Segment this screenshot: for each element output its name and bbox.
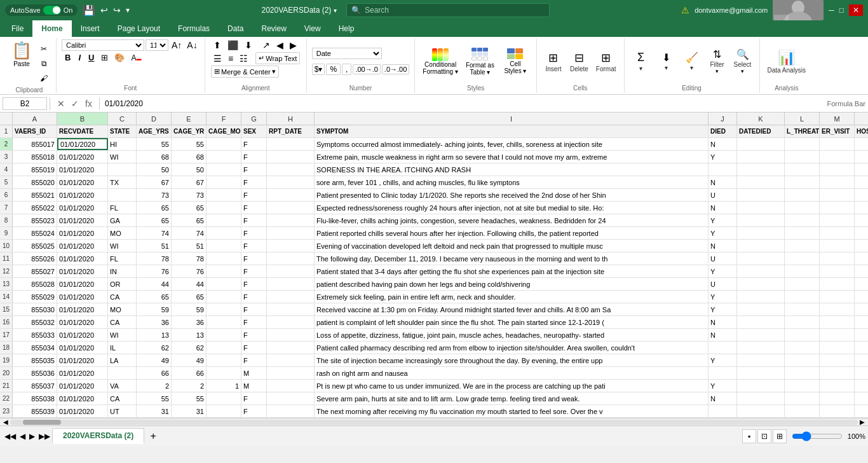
list-item[interactable]: RECVDATE bbox=[57, 125, 108, 137]
list-item[interactable] bbox=[855, 392, 868, 404]
list-item[interactable]: 55 bbox=[137, 392, 172, 404]
list-item[interactable]: Y bbox=[709, 214, 737, 226]
list-item[interactable]: F bbox=[241, 240, 267, 252]
list-item[interactable]: F bbox=[241, 252, 267, 265]
list-item[interactable]: 855021 bbox=[13, 189, 57, 201]
list-item[interactable]: 01/01/2020 bbox=[57, 176, 108, 188]
list-item[interactable]: 01/01/2020 bbox=[57, 240, 108, 252]
list-item[interactable]: 65 bbox=[137, 202, 172, 214]
list-item[interactable]: Patient stated that 3-4 days after getti… bbox=[315, 265, 709, 277]
list-item[interactable] bbox=[737, 163, 785, 176]
row-number[interactable]: 19 bbox=[0, 354, 13, 366]
list-item[interactable] bbox=[855, 151, 868, 163]
list-item[interactable]: Y bbox=[709, 380, 737, 392]
list-item[interactable] bbox=[267, 151, 315, 163]
list-item[interactable] bbox=[267, 367, 315, 379]
row-number[interactable]: 18 bbox=[0, 342, 13, 354]
list-item[interactable] bbox=[855, 380, 868, 392]
cell-styles-button[interactable]: CellStyles ▾ bbox=[499, 47, 531, 76]
list-item[interactable]: DIED bbox=[709, 125, 737, 137]
list-item[interactable] bbox=[207, 265, 241, 277]
page-layout-view-button[interactable]: ⊡ bbox=[757, 429, 771, 443]
list-item[interactable] bbox=[820, 291, 855, 303]
list-item[interactable]: CAGE_MO bbox=[207, 125, 241, 137]
list-item[interactable]: LA bbox=[108, 354, 137, 366]
list-item[interactable]: 01/01/2020 bbox=[57, 202, 108, 214]
percent-format-button[interactable]: % bbox=[326, 64, 341, 75]
list-item[interactable]: F bbox=[241, 214, 267, 226]
row-number[interactable]: 10 bbox=[0, 240, 13, 252]
list-item[interactable]: HOSPITAL bbox=[855, 125, 868, 137]
scroll-right-btn[interactable]: ▶ bbox=[858, 418, 867, 425]
row-number[interactable]: 5 bbox=[0, 176, 13, 188]
list-item[interactable]: F bbox=[241, 202, 267, 214]
row-number[interactable]: 7 bbox=[0, 202, 13, 214]
list-item[interactable] bbox=[820, 303, 855, 315]
list-item[interactable]: Loss of appetite, dizziness, fatigue, jo… bbox=[315, 329, 709, 341]
list-item[interactable] bbox=[785, 367, 820, 379]
list-item[interactable] bbox=[207, 278, 241, 290]
row-number[interactable]: 20 bbox=[0, 367, 13, 379]
list-item[interactable] bbox=[855, 367, 868, 379]
row-number[interactable]: 21 bbox=[0, 380, 13, 392]
list-item[interactable]: 55 bbox=[172, 138, 207, 150]
list-item[interactable]: Expected redness/soreness roughly 24 hou… bbox=[315, 202, 709, 214]
sheet-tab-1[interactable]: 2020VAERSData (2) bbox=[52, 428, 144, 444]
list-item[interactable] bbox=[267, 138, 315, 150]
list-item[interactable] bbox=[820, 252, 855, 265]
tab-home[interactable]: Home bbox=[32, 20, 71, 37]
list-item[interactable]: F bbox=[241, 278, 267, 290]
list-item[interactable]: AGE_YRS bbox=[137, 125, 172, 137]
list-item[interactable] bbox=[267, 303, 315, 315]
list-item[interactable] bbox=[267, 214, 315, 226]
list-item[interactable] bbox=[785, 138, 820, 150]
list-item[interactable] bbox=[207, 316, 241, 328]
list-item[interactable] bbox=[737, 380, 785, 392]
list-item[interactable] bbox=[737, 189, 785, 201]
list-item[interactable] bbox=[855, 265, 868, 277]
list-item[interactable]: 68 bbox=[172, 151, 207, 163]
align-top-button[interactable]: ⬆ bbox=[211, 39, 224, 51]
list-item[interactable] bbox=[785, 163, 820, 176]
scroll-sheets-right2[interactable]: ▶▶ bbox=[37, 432, 52, 441]
bold-button[interactable]: B bbox=[62, 52, 74, 63]
list-item[interactable] bbox=[737, 151, 785, 163]
insert-button[interactable]: ⊞ Insert bbox=[542, 50, 565, 74]
list-item[interactable]: VAERS_ID bbox=[13, 125, 57, 137]
row-number[interactable]: 6 bbox=[0, 189, 13, 201]
list-item[interactable] bbox=[737, 291, 785, 303]
list-item[interactable] bbox=[785, 151, 820, 163]
decrease-font-button[interactable]: A↓ bbox=[185, 39, 199, 51]
italic-button[interactable]: I bbox=[75, 52, 84, 63]
list-item[interactable]: SEX bbox=[241, 125, 267, 137]
list-item[interactable] bbox=[737, 329, 785, 341]
list-item[interactable]: 855033 bbox=[13, 329, 57, 341]
row-number[interactable]: 1 bbox=[0, 125, 13, 137]
font-name-select[interactable]: Calibri bbox=[62, 39, 144, 51]
col-header-m[interactable]: M bbox=[820, 113, 855, 125]
confirm-formula-icon[interactable]: ✓ bbox=[69, 98, 81, 109]
list-item[interactable]: F bbox=[241, 354, 267, 366]
list-item[interactable] bbox=[207, 405, 241, 417]
list-item[interactable]: 31 bbox=[137, 405, 172, 417]
list-item[interactable]: WI bbox=[108, 329, 137, 341]
list-item[interactable]: U bbox=[709, 252, 737, 265]
list-item[interactable] bbox=[785, 316, 820, 328]
list-item[interactable]: 78 bbox=[172, 252, 207, 265]
list-item[interactable]: The following day, December 11, 2019. I … bbox=[315, 252, 709, 265]
list-item[interactable]: 55 bbox=[137, 138, 172, 150]
list-item[interactable] bbox=[820, 278, 855, 290]
font-size-select[interactable]: 11 bbox=[146, 39, 168, 51]
list-item[interactable]: 01/01/2020 bbox=[57, 214, 108, 226]
list-item[interactable] bbox=[267, 265, 315, 277]
list-item[interactable]: 76 bbox=[172, 265, 207, 277]
list-item[interactable]: 855028 bbox=[13, 278, 57, 290]
list-item[interactable]: 01/01/2020 bbox=[57, 163, 108, 176]
list-item[interactable]: 13 bbox=[172, 329, 207, 341]
list-item[interactable]: 855017 bbox=[13, 138, 57, 150]
list-item[interactable] bbox=[820, 316, 855, 328]
list-item[interactable]: F bbox=[241, 392, 267, 404]
fill-button[interactable]: ⬇ ▾ bbox=[655, 50, 678, 73]
list-item[interactable]: 01/01/2020 bbox=[57, 405, 108, 417]
list-item[interactable] bbox=[820, 189, 855, 201]
